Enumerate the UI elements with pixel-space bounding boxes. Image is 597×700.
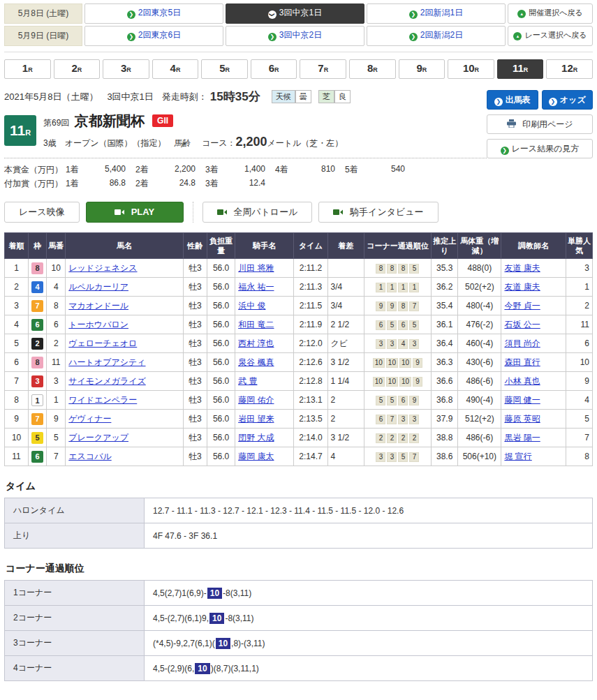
race-tab-suffix: R bbox=[176, 66, 181, 73]
finish-time: 2:12.8 bbox=[294, 372, 327, 391]
play-button[interactable]: PLAY bbox=[86, 202, 184, 223]
back-to-meeting-button[interactable]: 開催選択へ戻る bbox=[508, 3, 593, 24]
trainer-link[interactable]: 石坂 公一 bbox=[504, 320, 540, 329]
odds-button[interactable]: オッズ bbox=[542, 90, 594, 110]
jockey-link[interactable]: 団野 大成 bbox=[238, 433, 274, 442]
jockey-link[interactable]: 川田 将雅 bbox=[238, 263, 274, 273]
horse-name-link[interactable]: ブレークアップ bbox=[68, 433, 128, 442]
meeting-link[interactable]: 2回東京6日 bbox=[84, 26, 223, 46]
prize-place: 3着 bbox=[205, 164, 229, 176]
trainer-link[interactable]: 小林 真也 bbox=[504, 376, 540, 386]
print-page-button[interactable]: 印刷用ページ bbox=[487, 114, 593, 134]
jockey-link[interactable]: 和田 竜二 bbox=[238, 320, 274, 329]
race-tab-9r[interactable]: 9R bbox=[399, 59, 445, 79]
race-header-left: 2021年5月8日（土曜） 3回中京1日 発走時刻： 15時35分 天候 曇 芝… bbox=[4, 89, 487, 192]
column-header: 馬体重（増減） bbox=[458, 233, 501, 259]
trainer-link[interactable]: 堀 宣行 bbox=[504, 452, 531, 461]
horse-name-link[interactable]: ヴェローチェオロ bbox=[68, 338, 137, 348]
jockey-link[interactable]: 浜中 俊 bbox=[238, 301, 265, 311]
trainer-link[interactable]: 藤岡 健一 bbox=[504, 395, 540, 405]
finish-time: 2:11.5 bbox=[294, 297, 327, 315]
trainer-link[interactable]: 友道 康夫 bbox=[504, 282, 540, 292]
carried-weight: 56.0 bbox=[207, 315, 235, 334]
corner-position: 1 bbox=[376, 283, 385, 292]
last-3f: 36.1 bbox=[432, 315, 458, 334]
trainer-link[interactable]: 藤原 英昭 bbox=[504, 414, 540, 424]
horse-name-link[interactable]: ルペルカーリア bbox=[68, 282, 128, 292]
back-to-race-button[interactable]: レース選択へ戻る bbox=[508, 26, 593, 46]
jockey-link[interactable]: 岩田 望来 bbox=[238, 414, 274, 424]
corner-position: 7 bbox=[409, 301, 419, 311]
entries-button[interactable]: 出馬表 bbox=[487, 90, 538, 110]
corner-position: 5 bbox=[387, 320, 397, 330]
corner-row-value: 4,5-(2,7)(6,1)9,10-8(3,11) bbox=[145, 606, 593, 631]
race-tab-5r[interactable]: 5R bbox=[201, 59, 248, 79]
video-button-row: レース映像 PLAY 全周パトロール 騎手インタビュー bbox=[4, 202, 593, 223]
horse-name-link[interactable]: マカオンドール bbox=[68, 301, 128, 311]
jockey-interview-button[interactable]: 騎手インタビュー bbox=[318, 202, 438, 223]
corner-row-label: 3コーナー bbox=[5, 631, 145, 656]
race-tab-12r[interactable]: 12R bbox=[546, 59, 593, 79]
horse-name-link[interactable]: ワイドエンペラー bbox=[68, 395, 137, 405]
horse-name-link[interactable]: トーホウバロン bbox=[68, 320, 128, 329]
race-tab-1r[interactable]: 1R bbox=[4, 59, 51, 79]
margin: 3/4 bbox=[327, 297, 364, 315]
race-tab-11r[interactable]: 11R bbox=[497, 59, 544, 79]
trainer-link[interactable]: 今野 貞一 bbox=[504, 301, 540, 311]
carried-weight: 56.0 bbox=[207, 278, 235, 297]
race-tab-2r[interactable]: 2R bbox=[54, 59, 101, 79]
column-header: 調教師名 bbox=[501, 233, 566, 259]
race-tab-6r[interactable]: 6R bbox=[251, 59, 297, 79]
horse-name-link[interactable]: エスコバル bbox=[68, 452, 111, 461]
meeting-link[interactable]: 2回新潟2日 bbox=[367, 26, 506, 46]
trainer-link[interactable]: 友道 康夫 bbox=[504, 263, 540, 273]
trainer-link[interactable]: 森田 直行 bbox=[504, 357, 540, 367]
corner-row-label: 1コーナー bbox=[5, 581, 145, 606]
meeting-link[interactable]: 2回東京5日 bbox=[84, 3, 223, 24]
jockey-link[interactable]: 藤岡 康太 bbox=[238, 452, 274, 461]
last-3f: 36.4 bbox=[432, 334, 458, 353]
trainer-link[interactable]: 須貝 尚介 bbox=[504, 338, 540, 348]
frame-cell: 6 bbox=[29, 447, 47, 466]
horse-name-link[interactable]: ゲヴィナー bbox=[68, 414, 111, 424]
meeting-link-active[interactable]: 3回中京1日 bbox=[226, 3, 364, 24]
finish-time: 2:13.1 bbox=[294, 391, 327, 410]
jockey-link[interactable]: 武 豊 bbox=[238, 376, 257, 386]
race-tab-10r[interactable]: 10R bbox=[448, 59, 494, 79]
patrol-video-button[interactable]: 全周パトロール bbox=[202, 202, 313, 223]
results-guide-button[interactable]: レース結果の見方 bbox=[487, 139, 593, 158]
corner-positions: 3357 bbox=[364, 447, 431, 466]
sex-age: 牡3 bbox=[183, 447, 207, 466]
horse-name-link[interactable]: ハートオブアシティ bbox=[68, 357, 145, 367]
race-tab-3r[interactable]: 3R bbox=[103, 59, 149, 79]
frame-number-badge: 2 bbox=[31, 338, 43, 350]
horse-name-cell: ルペルカーリア bbox=[66, 278, 184, 297]
race-tab-7r[interactable]: 7R bbox=[300, 59, 346, 79]
jockey-link[interactable]: 藤岡 佑介 bbox=[238, 395, 274, 405]
meeting-link[interactable]: 2回新潟1日 bbox=[367, 3, 506, 24]
column-header: 着順 bbox=[5, 233, 29, 259]
race-tab-8r[interactable]: 8R bbox=[349, 59, 396, 79]
jockey-link[interactable]: 福永 祐一 bbox=[238, 282, 274, 292]
sex-age: 牡3 bbox=[183, 429, 207, 447]
highlighted-horse-number: 10 bbox=[195, 663, 209, 674]
course-label: コース： bbox=[202, 138, 236, 148]
prize-amount: 5,400 bbox=[89, 164, 126, 176]
finish-position: 2 bbox=[5, 278, 29, 297]
jockey-link[interactable]: 西村 淳也 bbox=[238, 338, 274, 348]
time-row-value: 4F 47.6 - 3F 36.1 bbox=[145, 523, 593, 549]
race-tab-4r[interactable]: 4R bbox=[152, 59, 199, 79]
horse-name-link[interactable]: サイモンメガライズ bbox=[68, 376, 146, 386]
jockey-link[interactable]: 泉谷 楓真 bbox=[238, 357, 274, 367]
meeting-link[interactable]: 3回中京2日 bbox=[226, 26, 364, 46]
corner-position: 6 bbox=[376, 320, 385, 330]
trainer-link[interactable]: 黒岩 陽一 bbox=[504, 433, 540, 442]
corner-positions: 6733 bbox=[364, 410, 431, 429]
horse-name-link[interactable]: レッドジェネシス bbox=[68, 263, 137, 273]
race-tab-suffix: R bbox=[226, 66, 230, 73]
trainer-cell: 石坂 公一 bbox=[501, 315, 566, 334]
finish-position: 5 bbox=[5, 334, 29, 353]
sex-age: 牡3 bbox=[183, 334, 207, 353]
meeting-date: 5月9日 (日曜) bbox=[4, 26, 82, 46]
finish-position: 4 bbox=[5, 315, 29, 334]
